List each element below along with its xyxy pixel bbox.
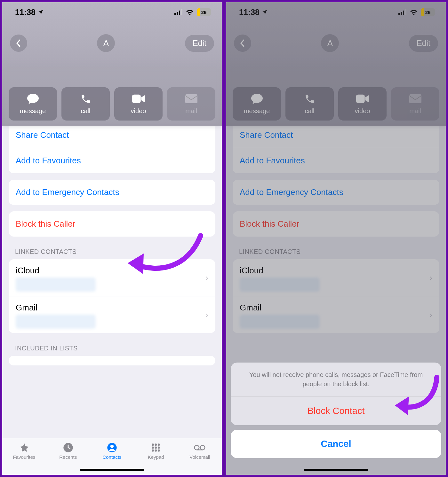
home-indicator[interactable] bbox=[304, 469, 368, 471]
svg-rect-3 bbox=[181, 9, 182, 15]
annotation-arrow bbox=[390, 374, 442, 419]
annotation-arrow bbox=[124, 232, 207, 284]
tab-favourites[interactable]: Favourites bbox=[2, 442, 46, 460]
edit-button[interactable]: Edit bbox=[185, 35, 214, 52]
message-icon bbox=[251, 93, 263, 105]
group-lists bbox=[9, 356, 215, 365]
group-emergency: Add to Emergency Contacts bbox=[9, 180, 215, 205]
svg-point-10 bbox=[155, 443, 157, 446]
mail-action: mail bbox=[167, 87, 215, 121]
wifi-icon bbox=[410, 9, 418, 15]
svg-point-16 bbox=[155, 450, 157, 452]
svg-point-8 bbox=[110, 445, 114, 448]
message-icon bbox=[27, 93, 39, 105]
add-favourites-row[interactable]: Add to Favourites bbox=[233, 148, 439, 173]
add-favourites-row[interactable]: Add to Favourites bbox=[9, 148, 215, 173]
svg-point-13 bbox=[155, 447, 157, 449]
message-action[interactable]: message bbox=[9, 87, 57, 121]
back-button[interactable] bbox=[10, 35, 27, 52]
status-bar: 11:38 26 bbox=[226, 2, 446, 22]
video-icon bbox=[356, 94, 369, 103]
tab-contacts[interactable]: Contacts bbox=[90, 442, 134, 460]
add-emergency-row[interactable]: Add to Emergency Contacts bbox=[9, 180, 215, 205]
cellular-icon bbox=[398, 9, 407, 15]
tab-recents[interactable]: Recents bbox=[46, 442, 90, 460]
message-action[interactable]: message bbox=[233, 87, 281, 121]
location-icon bbox=[37, 9, 44, 15]
clock-icon bbox=[63, 442, 73, 453]
blurred-value bbox=[16, 315, 96, 329]
cancel-button[interactable]: Cancel bbox=[231, 430, 441, 458]
add-emergency-row[interactable]: Add to Emergency Contacts bbox=[233, 180, 439, 205]
svg-rect-25 bbox=[356, 94, 365, 103]
share-contact-row[interactable]: Share Contact bbox=[9, 126, 215, 148]
person-icon bbox=[107, 442, 117, 453]
share-contact-row[interactable]: Share Contact bbox=[233, 126, 439, 148]
blurred-value bbox=[16, 278, 96, 292]
battery-pct: 26 bbox=[425, 10, 431, 15]
mail-icon bbox=[185, 94, 197, 103]
battery-pct: 26 bbox=[201, 10, 207, 15]
screenshot-left: 11:38 26 A Edit message bbox=[1, 1, 223, 476]
linked-gmail-row[interactable]: Gmail › bbox=[233, 296, 439, 333]
status-time: 11:38 bbox=[15, 8, 36, 17]
chevron-right-icon: › bbox=[429, 273, 432, 283]
screenshot-right: 11:38 26 A Edit message bbox=[225, 1, 447, 476]
wifi-icon bbox=[186, 9, 194, 15]
group-block: Block this Caller bbox=[233, 211, 439, 237]
svg-point-11 bbox=[158, 443, 160, 446]
chevron-right-icon: › bbox=[205, 310, 208, 320]
call-action[interactable]: call bbox=[285, 87, 334, 121]
phone-icon bbox=[304, 93, 315, 104]
svg-point-14 bbox=[158, 447, 160, 449]
linked-contacts-label: LINKED CONTACTS bbox=[239, 248, 433, 255]
block-caller-row[interactable]: Block this Caller bbox=[233, 211, 439, 237]
voicemail-icon bbox=[194, 444, 205, 451]
location-icon bbox=[261, 9, 268, 15]
battery-icon: 26 bbox=[421, 8, 435, 16]
svg-rect-0 bbox=[174, 13, 176, 15]
call-action[interactable]: call bbox=[61, 87, 110, 121]
star-icon bbox=[19, 442, 30, 453]
mail-action: mail bbox=[391, 87, 439, 121]
group-actions-1: Send Message Share Contact Add to Favour… bbox=[233, 126, 439, 173]
status-time: 11:38 bbox=[239, 8, 260, 17]
svg-rect-23 bbox=[403, 11, 404, 15]
svg-rect-26 bbox=[409, 94, 421, 103]
svg-point-9 bbox=[152, 443, 154, 446]
home-indicator[interactable] bbox=[80, 469, 144, 471]
video-action[interactable]: video bbox=[338, 87, 387, 121]
avatar: A bbox=[321, 34, 339, 52]
video-action[interactable]: video bbox=[114, 87, 163, 121]
svg-rect-4 bbox=[132, 94, 141, 103]
phone-icon bbox=[80, 93, 91, 104]
linked-gmail-row[interactable]: Gmail › bbox=[9, 296, 215, 333]
group-emergency: Add to Emergency Contacts bbox=[233, 180, 439, 205]
svg-rect-22 bbox=[401, 12, 402, 15]
linked-icloud-row[interactable]: iCloud › bbox=[233, 259, 439, 296]
svg-rect-2 bbox=[179, 11, 180, 15]
group-actions-1: Send Message Share Contact Add to Favour… bbox=[9, 126, 215, 173]
video-icon bbox=[132, 94, 145, 103]
svg-point-18 bbox=[195, 445, 199, 450]
status-bar: 11:38 26 bbox=[2, 2, 222, 22]
group-linked: iCloud › Gmail › bbox=[233, 259, 439, 333]
tab-voicemail[interactable]: Voicemail bbox=[178, 442, 222, 460]
tab-keypad[interactable]: Keypad bbox=[134, 442, 178, 460]
back-button[interactable] bbox=[234, 35, 251, 52]
svg-rect-1 bbox=[177, 12, 178, 15]
contact-body[interactable]: Send Message Share Contact Add to Favour… bbox=[2, 126, 222, 475]
blurred-value bbox=[240, 278, 320, 292]
battery-icon: 26 bbox=[197, 8, 211, 16]
chevron-left-icon bbox=[16, 39, 21, 47]
included-lists-label: INCLUDED IN LISTS bbox=[15, 345, 209, 352]
svg-rect-24 bbox=[405, 9, 406, 15]
blurred-value bbox=[240, 315, 320, 329]
svg-point-15 bbox=[152, 450, 154, 452]
svg-rect-5 bbox=[185, 94, 197, 103]
edit-button[interactable]: Edit bbox=[409, 35, 438, 52]
avatar: A bbox=[97, 34, 115, 52]
chevron-right-icon: › bbox=[429, 310, 432, 320]
svg-point-19 bbox=[200, 445, 205, 450]
svg-point-12 bbox=[152, 447, 154, 449]
